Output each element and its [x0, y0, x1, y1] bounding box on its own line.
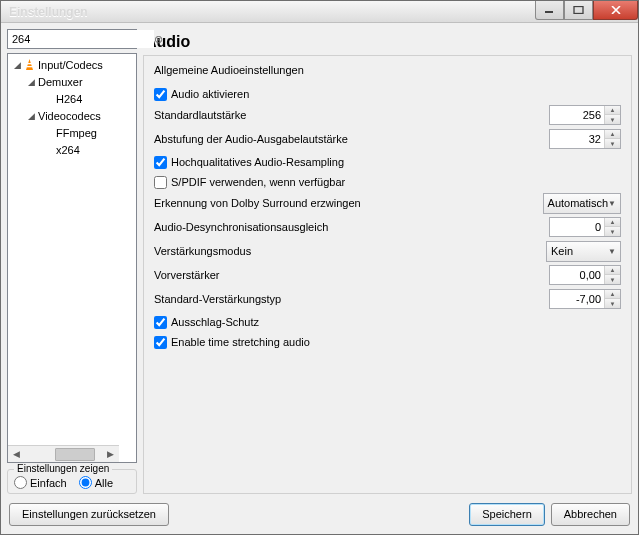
- enable-audio-checkbox[interactable]: [154, 88, 167, 101]
- radio-simple[interactable]: Einfach: [14, 476, 67, 489]
- clipping-checkbox[interactable]: [154, 316, 167, 329]
- spin-down-icon[interactable]: ▼: [605, 275, 620, 284]
- maximize-button[interactable]: [564, 1, 593, 20]
- save-button[interactable]: Speichern: [469, 503, 545, 526]
- spin-up-icon[interactable]: ▲: [605, 106, 620, 115]
- default-volume-label: Standardlautstärke: [154, 109, 546, 121]
- scrollbar-thumb[interactable]: [55, 448, 95, 461]
- tree-item[interactable]: Videocodecs: [36, 110, 101, 122]
- expand-arrow-icon[interactable]: ◢: [26, 111, 36, 121]
- spin-up-icon[interactable]: ▲: [605, 266, 620, 275]
- spin-down-icon[interactable]: ▼: [605, 115, 620, 124]
- content-area: ⊗ ◢ Input/Codecs ◢ Demuxer H264: [1, 23, 638, 494]
- search-box: ⊗: [7, 29, 137, 49]
- svg-rect-4: [26, 66, 31, 67]
- window-title: Einstellungen: [9, 5, 88, 19]
- tree-item[interactable]: FFmpeg: [54, 127, 97, 139]
- hq-resampling-checkbox[interactable]: [154, 156, 167, 169]
- show-settings-group: Einstellungen zeigen Einfach Alle: [7, 469, 137, 494]
- chevron-down-icon: ▼: [608, 199, 616, 208]
- page-title: Audio: [143, 29, 632, 55]
- search-input[interactable]: [8, 30, 154, 48]
- enable-audio-label: Audio aktivieren: [171, 88, 249, 100]
- spdif-label: S/PDIF verwenden, wenn verfügbar: [171, 176, 345, 188]
- spin-down-icon[interactable]: ▼: [605, 299, 620, 308]
- spin-down-icon[interactable]: ▼: [605, 227, 620, 236]
- tree-item[interactable]: H264: [54, 93, 82, 105]
- minimize-button[interactable]: [535, 1, 564, 20]
- preferences-window: Einstellungen ⊗ ◢ Input/Codecs: [0, 0, 639, 535]
- volume-step-label: Abstufung der Audio-Ausgabelautstärke: [154, 133, 546, 145]
- scroll-right-icon[interactable]: ▶: [102, 447, 119, 462]
- default-volume-input[interactable]: ▲▼: [549, 105, 621, 125]
- spdif-checkbox[interactable]: [154, 176, 167, 189]
- preamp-input[interactable]: ▲▼: [549, 265, 621, 285]
- desync-input[interactable]: ▲▼: [549, 217, 621, 237]
- svg-rect-0: [545, 11, 553, 13]
- timestretch-checkbox[interactable]: [154, 336, 167, 349]
- spin-up-icon[interactable]: ▲: [605, 218, 620, 227]
- show-settings-label: Einstellungen zeigen: [14, 463, 112, 474]
- settings-panel: Allgemeine Audioeinstellungen Audio akti…: [143, 55, 632, 494]
- settings-tree[interactable]: ◢ Input/Codecs ◢ Demuxer H264 ◢ Videocod…: [7, 53, 137, 463]
- std-gain-input[interactable]: ▲▼: [549, 289, 621, 309]
- preamp-label: Vorverstärker: [154, 269, 546, 281]
- timestretch-label: Enable time stretching audio: [171, 336, 310, 348]
- tree-item[interactable]: Demuxer: [36, 76, 83, 88]
- close-button[interactable]: [593, 1, 638, 20]
- expand-arrow-icon[interactable]: ◢: [12, 60, 22, 70]
- clear-search-icon[interactable]: ⊗: [154, 31, 163, 47]
- clipping-label: Ausschlag-Schutz: [171, 316, 259, 328]
- tree-item[interactable]: Input/Codecs: [36, 59, 103, 71]
- svg-marker-2: [26, 59, 33, 70]
- reset-button[interactable]: Einstellungen zurücksetzen: [9, 503, 169, 526]
- scroll-left-icon[interactable]: ◀: [8, 447, 25, 462]
- volume-step-input[interactable]: ▲▼: [549, 129, 621, 149]
- cancel-button[interactable]: Abbrechen: [551, 503, 630, 526]
- std-gain-label: Standard-Verstärkungstyp: [154, 293, 546, 305]
- right-pane: Audio Allgemeine Audioeinstellungen Audi…: [143, 29, 632, 494]
- vlc-cone-icon: [22, 58, 36, 71]
- dolby-select[interactable]: Automatisch▼: [543, 193, 621, 214]
- spin-down-icon[interactable]: ▼: [605, 139, 620, 148]
- dolby-label: Erkennung von Dolby Surround erzwingen: [154, 197, 546, 209]
- expand-arrow-icon[interactable]: ◢: [26, 77, 36, 87]
- titlebar: Einstellungen: [1, 1, 638, 23]
- svg-rect-3: [27, 63, 31, 64]
- spin-up-icon[interactable]: ▲: [605, 130, 620, 139]
- spin-up-icon[interactable]: ▲: [605, 290, 620, 299]
- svg-rect-1: [574, 7, 583, 14]
- left-pane: ⊗ ◢ Input/Codecs ◢ Demuxer H264: [7, 29, 137, 494]
- bottom-bar: Einstellungen zurücksetzen Speichern Abb…: [1, 494, 638, 534]
- tree-item[interactable]: x264: [54, 144, 80, 156]
- gain-mode-select[interactable]: Kein▼: [546, 241, 621, 262]
- group-title: Allgemeine Audioeinstellungen: [154, 64, 621, 76]
- gain-mode-label: Verstärkungsmodus: [154, 245, 546, 257]
- desync-label: Audio-Desynchronisationsausgleich: [154, 221, 546, 233]
- horizontal-scrollbar[interactable]: ◀ ▶: [8, 445, 119, 462]
- window-controls: [535, 1, 638, 21]
- chevron-down-icon: ▼: [608, 247, 616, 256]
- hq-resampling-label: Hochqualitatives Audio-Resampling: [171, 156, 344, 168]
- radio-all[interactable]: Alle: [79, 476, 113, 489]
